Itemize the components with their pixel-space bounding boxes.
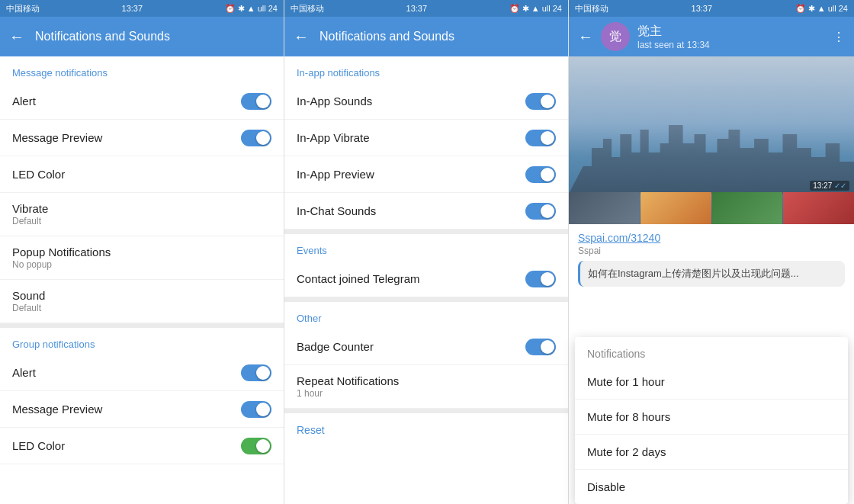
avatar: 觉 — [601, 22, 630, 51]
disable-notifications[interactable]: Disable — [575, 470, 848, 504]
message-area: Sspai.com/31240 Sspai 如何在Instagram上传清楚图片… — [569, 224, 854, 337]
row-inapp-vibrate[interactable]: In-App Vibrate — [284, 120, 568, 156]
thumb-3 — [712, 192, 783, 224]
chat-header: ← 觉 觉主 last seen at 13:34 ⋮ — [569, 17, 854, 56]
label-repeat-notifications: Repeat Notifications — [297, 374, 399, 387]
content-1: Message notifications Alert Message Prev… — [0, 56, 284, 504]
row-inchat-sounds[interactable]: In-Chat Sounds — [284, 193, 568, 230]
row-group-alert[interactable]: Alert — [0, 355, 284, 391]
label-contact-joined: Contact joined Telegram — [297, 272, 419, 285]
label-inapp-vibrate: In-App Vibrate — [297, 131, 370, 144]
mute-2days[interactable]: Mute for 2 days — [575, 435, 848, 470]
row-led-color-1[interactable]: LED Color — [0, 156, 284, 193]
carrier-2: 中国移动 — [291, 3, 324, 14]
section-group-notifications: Group notifications — [0, 328, 284, 355]
toggle-inapp-sounds[interactable] — [525, 93, 556, 110]
carrier-1: 中国移动 — [6, 3, 40, 14]
label-group-alert: Alert — [12, 366, 36, 379]
label-message-preview-1: Message Preview — [12, 131, 102, 144]
chat-name: 觉主 — [637, 24, 825, 40]
time-3: 13:37 — [692, 4, 713, 13]
toggle-inchat-sounds[interactable] — [525, 203, 556, 220]
sub-popup-1: No popup — [12, 259, 111, 270]
top-bar-2: ← Notifications and Sounds — [284, 17, 568, 56]
message-link[interactable]: Sspai.com/31240 — [578, 232, 845, 244]
message-preview: 如何在Instagram上传清楚图片以及出现此问题... — [578, 261, 845, 287]
read-checkmarks: ✓✓ — [834, 181, 846, 190]
row-group-message-preview[interactable]: Message Preview — [0, 391, 284, 428]
more-options-button[interactable]: ⋮ — [833, 30, 845, 44]
toggle-inapp-preview[interactable] — [525, 166, 556, 183]
label-sound-1: Sound — [12, 289, 45, 302]
sub-repeat-notifications: 1 hour — [297, 388, 399, 399]
row-inapp-preview[interactable]: In-App Preview — [284, 156, 568, 193]
toggle-inapp-vibrate[interactable] — [525, 130, 556, 146]
label-group-led-color: LED Color — [12, 439, 65, 452]
status-bar-3: 中国移动 13:37 ⏰ ✱ ▲ ull 24 — [569, 0, 854, 17]
row-message-preview-1[interactable]: Message Preview — [0, 120, 284, 156]
chat-status: last seen at 13:34 — [637, 40, 825, 50]
label-badge-counter: Badge Counter — [297, 340, 374, 353]
row-popup-1[interactable]: Popup Notifications No popup — [0, 236, 284, 280]
status-icons-1: ⏰ ✱ ▲ ull 24 — [225, 4, 278, 14]
status-icons-2: ⏰ ✱ ▲ ull 24 — [509, 4, 562, 14]
label-led-color-1: LED Color — [12, 168, 65, 181]
message-timestamp: 13:27 ✓✓ — [810, 181, 849, 191]
toggle-message-preview-1[interactable] — [241, 130, 271, 146]
thumb-1 — [569, 192, 640, 224]
toggle-group-message-preview[interactable] — [241, 401, 271, 418]
row-repeat-notifications[interactable]: Repeat Notifications 1 hour — [284, 365, 568, 409]
label-alert-1: Alert — [12, 95, 36, 108]
top-bar-1: ← Notifications and Sounds — [0, 17, 284, 56]
toggle-contact-joined[interactable] — [525, 271, 556, 287]
back-button-2[interactable]: ← — [294, 28, 309, 46]
row-alert-1[interactable]: Alert — [0, 83, 284, 120]
row-inapp-sounds[interactable]: In-App Sounds — [284, 83, 568, 120]
panel-3: 中国移动 13:37 ⏰ ✱ ▲ ull 24 ← 觉 觉主 last seen… — [569, 0, 854, 504]
status-icons-3: ⏰ ✱ ▲ ull 24 — [795, 4, 848, 14]
section-inapp: In-app notifications — [284, 56, 568, 83]
back-button-1[interactable]: ← — [9, 28, 24, 46]
section-events: Events — [284, 234, 568, 261]
row-sound-1[interactable]: Sound Default — [0, 280, 284, 323]
content-2: In-app notifications In-App Sounds In-Ap… — [284, 56, 568, 504]
row-group-led-color[interactable]: LED Color — [0, 428, 284, 464]
section-message-notifications: Message notifications — [0, 56, 284, 83]
status-bar-1: 中国移动 13:37 ⏰ ✱ ▲ ull 24 — [0, 0, 284, 17]
mute-8hours[interactable]: Mute for 8 hours — [575, 400, 848, 435]
reset-button[interactable]: Reset — [284, 413, 568, 447]
section-other: Other — [284, 302, 568, 329]
time-1: 13:37 — [122, 4, 143, 13]
thumbnail-strip — [569, 192, 854, 224]
time-2: 13:37 — [406, 4, 428, 13]
sub-vibrate-1: Default — [12, 216, 48, 226]
toggle-group-alert[interactable] — [241, 364, 271, 381]
row-badge-counter[interactable]: Badge Counter — [284, 329, 568, 365]
toggle-badge-counter[interactable] — [525, 339, 556, 355]
label-group-message-preview: Message Preview — [12, 403, 102, 416]
back-button-3[interactable]: ← — [578, 28, 593, 46]
toggle-group-led-color[interactable] — [241, 438, 271, 454]
toggle-alert-1[interactable] — [241, 93, 271, 110]
mute-1hour[interactable]: Mute for 1 hour — [575, 364, 848, 400]
label-inapp-preview: In-App Preview — [297, 168, 374, 181]
city-silhouette — [569, 102, 854, 194]
status-bar-2: 中国移动 13:37 ⏰ ✱ ▲ ull 24 — [284, 0, 568, 17]
label-popup-1: Popup Notifications — [12, 246, 111, 258]
row-vibrate-1[interactable]: Vibrate Default — [0, 193, 284, 236]
chat-image: 13:27 ✓✓ — [569, 56, 854, 224]
context-menu-label: Notifications — [575, 337, 848, 364]
row-contact-joined[interactable]: Contact joined Telegram — [284, 261, 568, 297]
link-source: Sspai — [578, 246, 845, 256]
thumb-4 — [783, 192, 854, 224]
context-menu: Notifications Mute for 1 hour Mute for 8… — [575, 337, 848, 504]
label-vibrate-1: Vibrate — [12, 202, 48, 215]
screen-title-2: Notifications and Sounds — [319, 30, 559, 43]
carrier-3: 中国移动 — [575, 3, 608, 14]
sub-sound-1: Default — [12, 303, 45, 313]
label-inapp-sounds: In-App Sounds — [297, 95, 372, 108]
thumb-2 — [640, 192, 711, 224]
label-inchat-sounds: In-Chat Sounds — [297, 204, 376, 217]
panel-1: 中国移动 13:37 ⏰ ✱ ▲ ull 24 ← Notifications … — [0, 0, 284, 504]
panel-2: 中国移动 13:37 ⏰ ✱ ▲ ull 24 ← Notifications … — [284, 0, 569, 504]
